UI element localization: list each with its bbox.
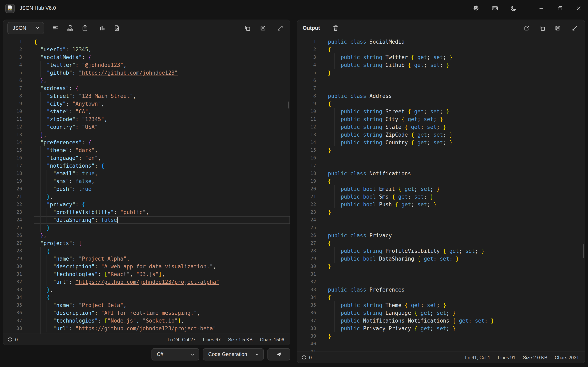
code-line[interactable]: 26public class Privacy — [297, 232, 585, 239]
code-line[interactable]: 31 — [297, 270, 585, 278]
code-line[interactable]: 13 public string ZipCode { get; set; } — [297, 131, 585, 139]
code-line[interactable]: 35 "name": "Project Beta", — [3, 301, 290, 309]
scrollbar-thumb[interactable] — [288, 101, 289, 108]
expand-button[interactable] — [274, 22, 286, 34]
code-line[interactable]: 19{ — [297, 177, 585, 185]
code-line[interactable]: 20 "push": true — [3, 185, 290, 193]
code-line[interactable]: 16 "language": "en", — [3, 154, 290, 162]
code-line[interactable]: 15} — [297, 146, 585, 154]
code-line[interactable]: 2 "userId": 12345, — [3, 46, 290, 53]
share-button[interactable] — [521, 22, 532, 34]
output-editor[interactable]: 1public class SocialMedia2{3 public stri… — [297, 36, 585, 351]
expand-output-button[interactable] — [569, 22, 581, 34]
code-line[interactable]: 37 "technologies": ["Node.js", "Socket.i… — [3, 317, 290, 325]
keyboard-button[interactable] — [489, 0, 501, 16]
code-line[interactable]: 1{ — [3, 38, 290, 46]
code-line[interactable]: 21 }, — [3, 193, 290, 201]
code-line[interactable]: 22 public bool Push { get; set; } — [297, 201, 585, 208]
code-line[interactable]: 18public class Notifications — [297, 170, 585, 177]
code-line[interactable]: 29 public bool DataSharing { get; set; } — [297, 255, 585, 263]
code-line[interactable]: 31 "technologies": ["React", "D3.js"], — [3, 270, 290, 278]
code-line[interactable]: 14 public string Country { get; set; } — [297, 139, 585, 146]
code-line[interactable]: 3 "socialMedia": { — [3, 53, 290, 61]
code-line[interactable]: 38 public Privacy Privacy { get; set; } — [297, 325, 585, 332]
generate-button[interactable] — [268, 348, 290, 360]
code-line[interactable]: 30} — [297, 263, 585, 270]
json-editor[interactable]: 1{2 "userId": 12345,3 "socialMedia": {4 … — [3, 36, 290, 334]
maximize-button[interactable] — [550, 0, 569, 16]
settings-button[interactable] — [470, 0, 482, 16]
code-line[interactable]: 12 public string State { get; set; } — [297, 123, 585, 131]
code-line[interactable]: 11 "zipCode": "12345", — [3, 115, 290, 123]
copy-button[interactable] — [242, 22, 253, 34]
code-line[interactable]: 30 "description": "A web app for data vi… — [3, 263, 290, 270]
code-line[interactable]: 41 — [297, 348, 585, 351]
code-line[interactable]: 5 "github": "https://github.com/johndoe1… — [3, 69, 290, 77]
code-line[interactable]: 28 { — [3, 247, 290, 255]
code-line[interactable]: 6 — [297, 77, 585, 84]
save-button[interactable] — [257, 22, 269, 34]
code-line[interactable]: 33 }, — [3, 286, 290, 294]
code-line[interactable]: 14 "preferences": { — [3, 139, 290, 146]
code-line[interactable]: 17 — [297, 162, 585, 170]
code-line[interactable]: 19 "sms": false, — [3, 177, 290, 185]
code-line[interactable]: 24 "dataSharing": false — [3, 216, 290, 224]
code-line[interactable]: 4 public string Github { get; set; } — [297, 61, 585, 69]
code-line[interactable]: 36 public string Language { get; set; } — [297, 309, 585, 317]
code-line[interactable]: 21 public bool Sms { get; set; } — [297, 193, 585, 201]
tree-view-button[interactable] — [65, 22, 76, 34]
code-line[interactable]: 26 }, — [3, 232, 290, 239]
save-output-button[interactable] — [552, 22, 563, 34]
code-line[interactable]: 9{ — [297, 100, 585, 108]
code-line[interactable]: 12 "country": "USA" — [3, 123, 290, 131]
code-line[interactable]: 33public class Preferences — [297, 286, 585, 294]
code-line[interactable]: 9 "city": "Anytown", — [3, 100, 290, 108]
code-line[interactable]: 5} — [297, 69, 585, 77]
mode-select[interactable]: Code Generation — [203, 348, 264, 360]
close-button[interactable] — [569, 0, 588, 16]
code-line[interactable]: 39 } — [3, 332, 290, 334]
code-line[interactable]: 17 "notifications": { — [3, 162, 290, 170]
code-line[interactable]: 25 — [297, 224, 585, 232]
code-line[interactable]: 40 — [297, 340, 585, 348]
code-line[interactable]: 4 "twitter": "@johndoe123", — [3, 61, 290, 69]
code-line[interactable]: 38 "url": "https://github.com/johndoe123… — [3, 325, 290, 332]
code-line[interactable]: 10 public string Street { get; set; } — [297, 108, 585, 115]
code-line[interactable]: 2{ — [297, 46, 585, 53]
code-line[interactable]: 34 { — [3, 294, 290, 301]
code-line[interactable]: 7 — [297, 84, 585, 92]
code-line[interactable]: 20 public bool Email { get; set; } — [297, 185, 585, 193]
convert-button[interactable] — [111, 22, 122, 34]
code-line[interactable]: 24 — [297, 216, 585, 224]
code-line[interactable]: 29 "name": "Project Alpha", — [3, 255, 290, 263]
code-line[interactable]: 35 public string Theme { get; set; } — [297, 301, 585, 309]
theme-toggle-button[interactable] — [508, 0, 519, 16]
language-select[interactable]: JSON — [7, 22, 44, 34]
code-line[interactable]: 3 public string Twitter { get; set; } — [297, 53, 585, 61]
code-line[interactable]: 27 "projects": [ — [3, 239, 290, 247]
scrollbar-thumb[interactable] — [583, 244, 584, 258]
code-line[interactable]: 37 public Notifications Notifications { … — [297, 317, 585, 325]
code-line[interactable]: 1public class SocialMedia — [297, 38, 585, 46]
code-line[interactable]: 6 }, — [3, 77, 290, 84]
code-line[interactable]: 36 "description": "API for real-time mes… — [3, 309, 290, 317]
code-line[interactable]: 27{ — [297, 239, 585, 247]
clear-output-button[interactable] — [330, 22, 341, 34]
code-line[interactable]: 16 — [297, 154, 585, 162]
code-line[interactable]: 7 "address": { — [3, 84, 290, 92]
code-line[interactable]: 8 "street": "123 Main Street", — [3, 92, 290, 100]
code-line[interactable]: 10 "state": "CA", — [3, 108, 290, 115]
code-line[interactable]: 11 public string City { get; set; } — [297, 115, 585, 123]
code-line[interactable]: 8public class Address — [297, 92, 585, 100]
format-button[interactable] — [50, 22, 61, 34]
code-line[interactable]: 13 }, — [3, 131, 290, 139]
code-line[interactable]: 39} — [297, 332, 585, 340]
code-line[interactable]: 23 "profileVisibility": "public", — [3, 208, 290, 216]
code-line[interactable]: 32 — [297, 278, 585, 286]
code-line[interactable]: 23} — [297, 208, 585, 216]
stats-button[interactable] — [96, 22, 108, 34]
code-line[interactable]: 22 "privacy": { — [3, 201, 290, 208]
code-line[interactable]: 28 public string ProfileVisibility { get… — [297, 247, 585, 255]
target-language-select[interactable]: C# — [151, 348, 199, 360]
code-line[interactable]: 25 } — [3, 224, 290, 232]
